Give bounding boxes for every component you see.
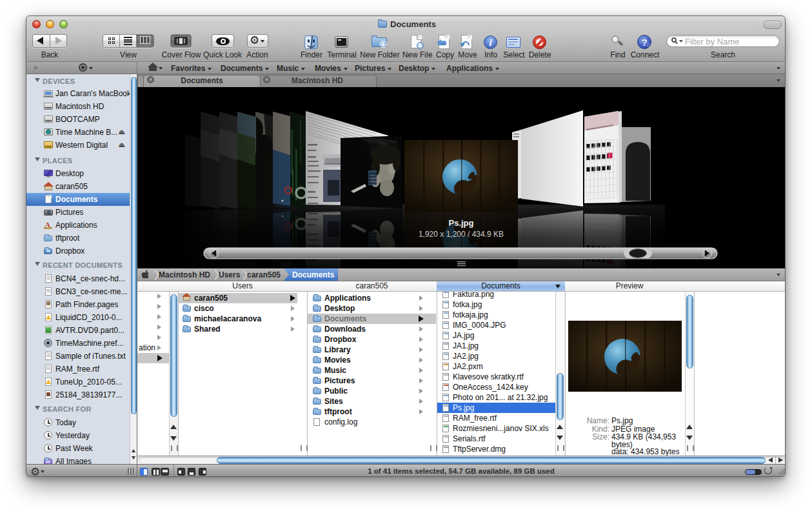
svg-text:Ps.jpg: Ps.jpg (448, 218, 473, 228)
svg-text:1,920 x 1,200 / 434.9 KB: 1,920 x 1,200 / 434.9 KB (419, 230, 504, 239)
